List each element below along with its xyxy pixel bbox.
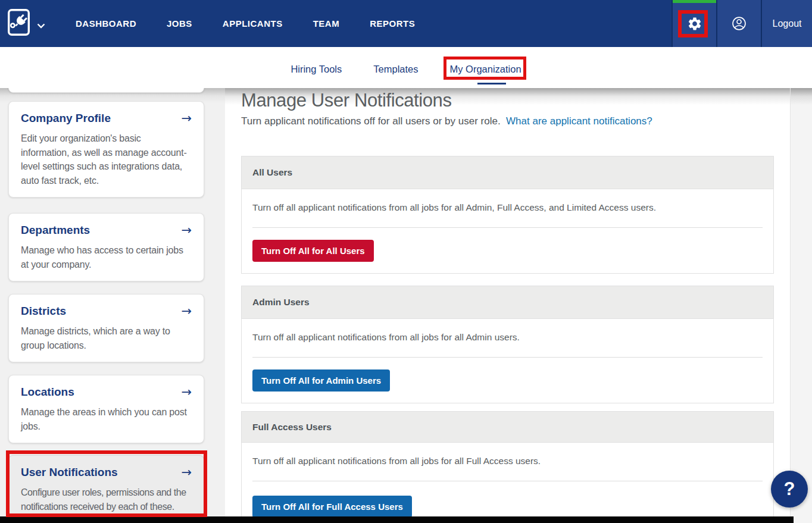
sidebar-card-partial[interactable] xyxy=(8,88,204,93)
annotation-box-gear xyxy=(678,10,708,37)
panel-title: Admin Users xyxy=(242,286,773,319)
tab-templates[interactable]: Templates xyxy=(373,64,418,75)
panel-full-access-users: Full Access Users Turn off all applicant… xyxy=(241,411,774,523)
sidebar-card-company-profile[interactable]: Company Profile → Edit your organization… xyxy=(8,101,204,198)
help-button[interactable]: ? xyxy=(771,471,808,508)
company-logo[interactable] xyxy=(8,9,30,36)
card-description: Manage districts, which are a way to gro… xyxy=(21,324,192,352)
nav-jobs[interactable]: JOBS xyxy=(167,18,192,29)
turn-off-admin-users-button[interactable]: Turn Off All for Admin Users xyxy=(252,369,390,392)
secondary-nav: Hiring Tools Templates My Organization xyxy=(0,47,812,88)
panel-admin-users: Admin Users Turn off all applicant notif… xyxy=(241,286,774,403)
sidebar-card-districts[interactable]: Districts → Manage districts, which are … xyxy=(8,294,204,362)
main-content: Manage User Notifications Turn applicant… xyxy=(225,88,790,523)
applicant-notifications-link[interactable]: What are applicant notifications? xyxy=(506,115,652,127)
panel-description: Turn off all applicant notifications fro… xyxy=(252,332,763,343)
annotation-box-my-organization xyxy=(444,57,526,80)
nav-reports[interactable]: REPORTS xyxy=(370,18,415,29)
turn-off-all-users-button[interactable]: Turn Off All for All Users xyxy=(252,240,374,262)
panel-all-users: All Users Turn off all applicant notific… xyxy=(241,156,774,274)
active-tab-underline xyxy=(477,83,506,84)
panel-description: Turn off all applicant notifications fro… xyxy=(252,456,763,466)
nav-dashboard[interactable]: DASHBOARD xyxy=(76,18,136,29)
sidebar-card-departments[interactable]: Departments → Manage who has access to c… xyxy=(8,213,204,281)
annotation-box-user-notifications xyxy=(6,450,207,517)
page: DASHBOARD JOBS APPLICANTS TEAM REPORTS L… xyxy=(0,0,812,523)
card-title: Company Profile xyxy=(21,112,111,125)
nav-team[interactable]: TEAM xyxy=(313,18,340,29)
nav-applicants[interactable]: APPLICANTS xyxy=(223,18,283,29)
main-menu: DASHBOARD JOBS APPLICANTS TEAM REPORTS xyxy=(76,0,415,47)
card-description: Edit your organization's basic informati… xyxy=(21,131,192,187)
page-subtitle: Turn applicant notifications off for all… xyxy=(241,115,774,127)
plug-logo-icon xyxy=(8,9,30,36)
sidebar-card-locations[interactable]: Locations → Manage the areas in which yo… xyxy=(8,375,204,443)
tab-hiring-tools[interactable]: Hiring Tools xyxy=(291,64,342,75)
card-title: Departments xyxy=(21,224,90,237)
arrow-right-icon: → xyxy=(181,112,192,125)
scrollbar-track[interactable] xyxy=(790,88,812,523)
turn-off-full-access-users-button[interactable]: Turn Off All for Full Access Users xyxy=(252,496,412,518)
question-mark-icon: ? xyxy=(784,478,795,500)
arrow-right-icon: → xyxy=(181,386,192,399)
card-description: Manage who has access to certain jobs at… xyxy=(21,243,192,271)
account-button[interactable] xyxy=(716,0,761,47)
panel-title: Full Access Users xyxy=(242,412,773,443)
divider xyxy=(252,357,763,358)
panel-description: Turn off all applicant notifications fro… xyxy=(252,202,763,213)
divider xyxy=(252,227,763,228)
page-title: Manage User Notifications xyxy=(241,90,774,111)
arrow-right-icon: → xyxy=(181,305,192,318)
logout-button[interactable]: Logout xyxy=(761,0,812,47)
bottom-black-bar xyxy=(0,516,794,523)
card-title: Locations xyxy=(21,386,74,399)
user-circle-icon xyxy=(731,15,747,32)
arrow-right-icon: → xyxy=(181,224,192,237)
divider xyxy=(252,481,763,481)
panel-title: All Users xyxy=(242,156,773,189)
subtitle-text: Turn applicant notifications off for all… xyxy=(241,115,501,127)
chevron-down-icon[interactable] xyxy=(37,20,45,31)
card-title: Districts xyxy=(21,305,66,318)
active-tab-indicator xyxy=(673,0,716,3)
card-description: Manage the areas in which you can post j… xyxy=(21,405,192,433)
